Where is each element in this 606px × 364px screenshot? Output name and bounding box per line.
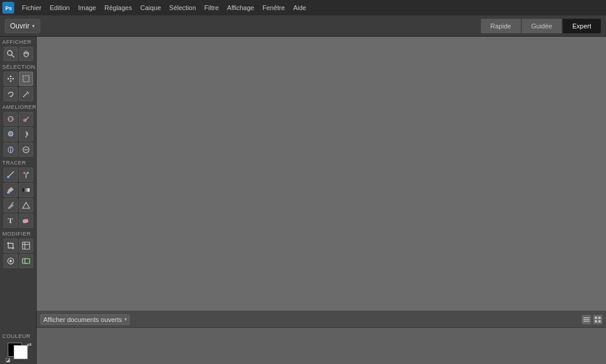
crop-tool[interactable] — [4, 239, 18, 253]
open-label: Ouvrir — [10, 22, 30, 30]
menu-edition[interactable]: Edition — [46, 2, 74, 13]
section-couleur-label: COULEUR — [0, 331, 36, 340]
hand-tool[interactable] — [19, 47, 33, 61]
straighten-tool[interactable] — [4, 254, 18, 268]
svg-rect-26 — [23, 188, 30, 192]
selection-row-1 — [0, 71, 36, 86]
svg-line-6 — [23, 93, 27, 97]
modifier-row-2 — [0, 253, 36, 269]
reset-colors-icon[interactable]: ◪ — [5, 357, 11, 363]
svg-point-23 — [27, 172, 28, 174]
selection-row-2 — [0, 86, 36, 102]
documents-dropdown[interactable]: Afficher documents ouverts ▾ — [40, 314, 130, 325]
svg-point-22 — [25, 173, 27, 175]
menu-reglages[interactable]: Réglages — [100, 2, 136, 13]
ameliorer-row-3 — [0, 142, 36, 157]
shape-tool[interactable] — [19, 198, 33, 212]
section-modifier-label: MODIFIER — [0, 228, 36, 238]
svg-rect-38 — [25, 259, 30, 263]
bottom-icons-group — [582, 315, 602, 324]
red-eye-tool[interactable] — [4, 112, 18, 126]
color-section: COULEUR ⇄ ◪ — [0, 331, 36, 364]
afficher-row-1 — [0, 46, 36, 62]
tracer-row-4: T — [0, 213, 36, 228]
menu-affichage[interactable]: Affichage — [223, 2, 258, 13]
list-view-icon[interactable] — [582, 315, 591, 324]
svg-rect-39 — [583, 317, 589, 318]
thumbnail-area — [37, 328, 606, 364]
bottom-panel: Afficher documents ouverts ▾ — [37, 311, 606, 364]
section-tracer-label: TRACER — [0, 157, 36, 167]
impressionist-tool[interactable] — [19, 167, 33, 182]
section-ameliorer-label: AMELIORER — [0, 102, 36, 111]
svg-rect-30 — [23, 242, 30, 249]
pencil-tool[interactable] — [4, 198, 18, 212]
menu-caique[interactable]: Caique — [136, 2, 165, 13]
svg-line-27 — [12, 202, 14, 204]
move-tool[interactable] — [4, 72, 18, 86]
color-swatches: ⇄ ◪ — [5, 342, 31, 363]
blur-tool[interactable] — [4, 127, 18, 141]
bottom-toolbar: Afficher documents ouverts ▾ — [37, 311, 606, 328]
paint-bucket-tool[interactable] — [4, 183, 18, 197]
dropdown-arrow-icon: ▾ — [124, 317, 127, 322]
background-color[interactable] — [14, 345, 28, 359]
svg-rect-43 — [598, 317, 601, 319]
menu-selection[interactable]: Sélection — [165, 2, 200, 13]
eraser-tool[interactable] — [19, 214, 33, 228]
menu-filtre[interactable]: Filtre — [200, 2, 223, 13]
lasso-tool[interactable] — [4, 87, 18, 101]
svg-rect-5 — [23, 76, 29, 82]
menu-bar: Ps Fichier Edition Image Réglages Caique… — [0, 0, 606, 15]
spot-heal-tool[interactable] — [19, 112, 33, 126]
svg-point-11 — [8, 118, 9, 120]
mode-expert[interactable]: Expert — [562, 18, 601, 34]
sponge-tool[interactable] — [19, 143, 33, 157]
modifier-row-1 — [0, 238, 36, 253]
brush-tool[interactable] — [4, 167, 18, 182]
svg-point-12 — [11, 118, 12, 120]
svg-line-8 — [27, 92, 28, 93]
svg-point-21 — [23, 172, 25, 174]
svg-rect-41 — [583, 321, 589, 322]
app-icon: Ps — [2, 2, 14, 14]
zoom-tool[interactable] — [4, 47, 18, 61]
ameliorer-row-2 — [0, 127, 36, 142]
recompose-tool[interactable] — [19, 239, 33, 253]
mode-guidee[interactable]: Guidée — [521, 18, 562, 34]
svg-rect-40 — [583, 319, 589, 320]
svg-rect-42 — [595, 317, 597, 319]
menu-fenetre[interactable]: Fenêtre — [258, 2, 289, 13]
open-button[interactable]: Ouvrir ▾ — [5, 19, 40, 33]
magic-wand-tool[interactable] — [19, 87, 33, 101]
svg-point-34 — [9, 260, 11, 262]
grid-view-icon[interactable] — [593, 315, 602, 324]
text-tool[interactable]: T — [4, 214, 18, 228]
menu-image[interactable]: Image — [74, 2, 101, 13]
dropdown-label: Afficher documents ouverts — [43, 316, 122, 323]
smudge-tool[interactable] — [19, 127, 33, 141]
section-selection-label: SÉLECTION... — [0, 62, 36, 71]
menu-aide[interactable]: Aide — [289, 2, 310, 13]
svg-rect-25 — [7, 192, 10, 194]
open-dropdown-arrow: ▾ — [32, 23, 35, 29]
toolbar: Ouvrir ▾ Rapide Guidée Expert — [0, 15, 606, 37]
svg-rect-4 — [10, 78, 11, 79]
tracer-row-2 — [0, 182, 36, 198]
svg-point-2 — [7, 51, 12, 56]
mode-rapide[interactable]: Rapide — [480, 18, 521, 34]
svg-rect-29 — [23, 219, 28, 223]
dodge-tool[interactable] — [4, 143, 18, 157]
svg-line-3 — [11, 55, 14, 58]
gradient-tool[interactable] — [19, 183, 33, 197]
canvas-area — [37, 37, 606, 311]
marquee-tool[interactable] — [19, 72, 33, 86]
svg-point-20 — [7, 176, 9, 178]
section-afficher-label: AFFICHER — [0, 37, 36, 46]
svg-rect-45 — [598, 320, 601, 323]
svg-rect-44 — [595, 320, 597, 323]
tracer-row-3 — [0, 198, 36, 213]
tools-sidebar: AFFICHER SÉLECTION... — [0, 37, 37, 364]
menu-fichier[interactable]: Fichier — [18, 2, 46, 13]
content-aware-tool[interactable] — [19, 254, 33, 268]
